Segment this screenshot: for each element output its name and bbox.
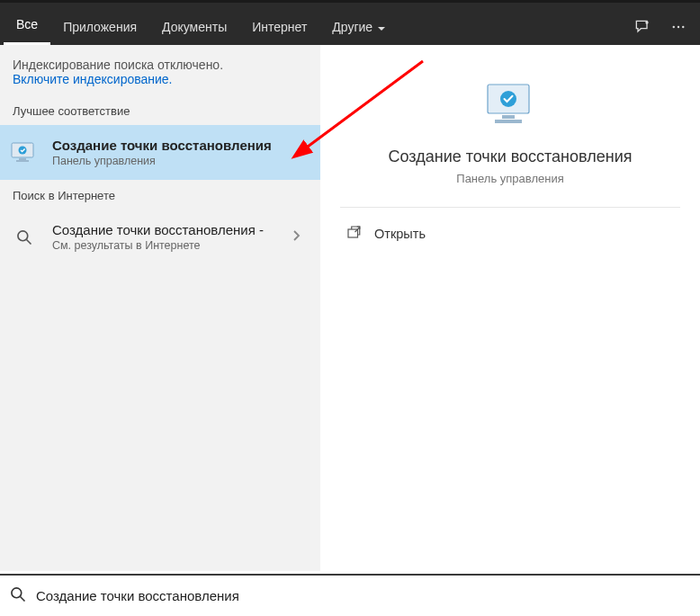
more-options-icon[interactable] bbox=[660, 9, 696, 45]
tab-internet[interactable]: Интернет bbox=[239, 11, 319, 45]
result-title: Создание точки восстановления bbox=[52, 138, 308, 153]
search-icon bbox=[9, 585, 27, 607]
svg-point-0 bbox=[645, 21, 648, 23]
section-best-match: Лучшее соответствие bbox=[0, 95, 320, 125]
svg-rect-5 bbox=[19, 158, 26, 160]
chevron-right-icon bbox=[284, 229, 308, 246]
svg-point-16 bbox=[12, 587, 22, 597]
search-input[interactable] bbox=[36, 576, 691, 616]
svg-line-9 bbox=[27, 239, 31, 244]
svg-point-1 bbox=[673, 26, 675, 28]
search-icon bbox=[9, 225, 40, 250]
svg-point-13 bbox=[500, 91, 516, 107]
svg-rect-6 bbox=[16, 160, 29, 162]
tab-more[interactable]: Другие bbox=[319, 11, 398, 45]
search-bar bbox=[0, 574, 700, 616]
system-restore-large-icon bbox=[479, 79, 542, 133]
preview-title: Создание точки восстановления bbox=[347, 147, 673, 166]
open-icon bbox=[346, 224, 362, 243]
svg-point-8 bbox=[18, 230, 28, 240]
preview-panel: Создание точки восстановления Панель упр… bbox=[320, 45, 700, 571]
section-web-search: Поиск в Интернете bbox=[0, 180, 320, 210]
preview-subtitle: Панель управления bbox=[347, 172, 673, 185]
result-web-subtitle: См. результаты в Интернете bbox=[52, 239, 272, 252]
result-best-match[interactable]: Создание точки восстановления Панель упр… bbox=[0, 125, 320, 180]
svg-point-2 bbox=[678, 26, 679, 28]
tab-apps[interactable]: Приложения bbox=[50, 11, 149, 45]
result-web-search[interactable]: Создание точки восстановления - См. резу… bbox=[0, 210, 320, 264]
svg-point-7 bbox=[19, 146, 27, 154]
svg-rect-11 bbox=[502, 115, 515, 119]
result-subtitle: Панель управления bbox=[52, 155, 308, 167]
tab-documents[interactable]: Документы bbox=[149, 11, 239, 45]
action-open[interactable]: Открыть bbox=[340, 208, 680, 259]
results-panel: Индексирование поиска отключено. Включит… bbox=[0, 45, 320, 571]
search-tabs-bar: Все Приложения Документы Интернет Другие bbox=[0, 0, 700, 45]
svg-rect-12 bbox=[495, 120, 522, 123]
svg-point-3 bbox=[682, 26, 684, 28]
system-restore-icon bbox=[9, 140, 40, 165]
svg-line-17 bbox=[21, 596, 25, 601]
result-web-title: Создание точки восстановления - bbox=[52, 222, 272, 237]
feedback-icon[interactable] bbox=[624, 9, 660, 45]
enable-indexing-link[interactable]: Включите индексирование. bbox=[13, 72, 173, 86]
indexing-notice-text: Индексирование поиска отключено. bbox=[13, 58, 308, 72]
indexing-notice: Индексирование поиска отключено. Включит… bbox=[0, 45, 320, 95]
action-open-label: Открыть bbox=[374, 227, 426, 241]
preview-card: Создание точки восстановления Панель упр… bbox=[340, 61, 680, 208]
tab-all[interactable]: Все bbox=[4, 8, 50, 45]
